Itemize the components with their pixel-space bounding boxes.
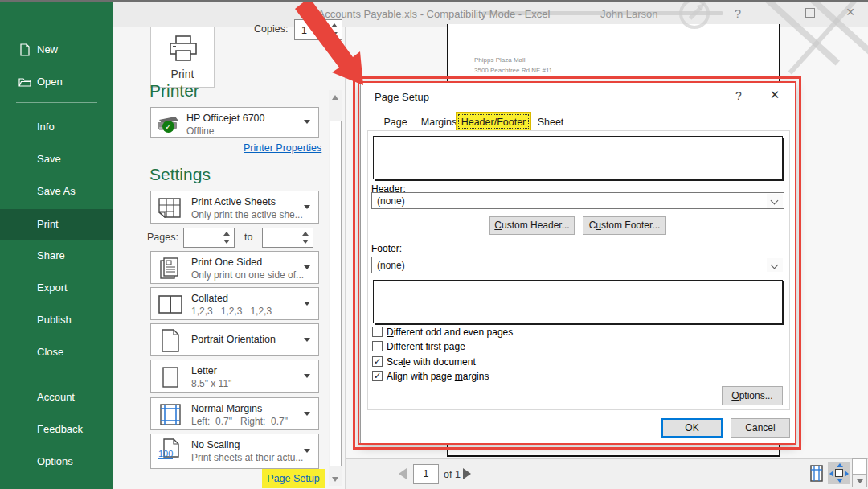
checkbox-checked-icon[interactable]: ✓ bbox=[372, 356, 383, 367]
sidebar-item-new[interactable]: New bbox=[0, 37, 113, 63]
next-page-icon[interactable] bbox=[463, 468, 471, 479]
sidebar-item-label: Print bbox=[37, 218, 59, 230]
sidebar-item-label: Share bbox=[37, 249, 65, 261]
sidebar-item-close[interactable]: Close bbox=[0, 339, 113, 365]
chevron-down-icon[interactable] bbox=[767, 258, 783, 272]
printer-online-check-icon: ✓ bbox=[162, 121, 174, 133]
zoom-to-page-button[interactable] bbox=[828, 462, 850, 484]
tab-header-footer[interactable]: Header/Footer bbox=[456, 112, 531, 131]
dialog-help-icon[interactable]: ? bbox=[732, 89, 745, 102]
preview-scrollbar-thumb[interactable] bbox=[852, 458, 867, 475]
page-setup-link[interactable]: Page Setup bbox=[262, 469, 325, 488]
close-icon[interactable]: ✕ bbox=[842, 6, 858, 18]
panel-scrollbar[interactable] bbox=[329, 90, 342, 486]
sidebar-item-print[interactable]: Print bbox=[0, 209, 113, 240]
footer-select[interactable]: (none) bbox=[371, 257, 784, 273]
chevron-down-icon bbox=[304, 205, 310, 209]
header-preview-box bbox=[373, 136, 783, 179]
tab-sheet[interactable]: Sheet bbox=[531, 112, 570, 131]
printer-selector-dropdown[interactable]: ✓ HP Officejet 6700 Offline bbox=[150, 107, 319, 138]
chevron-down-icon bbox=[304, 120, 310, 124]
checkbox-checked-icon[interactable]: ✓ bbox=[372, 371, 383, 381]
sidebar-item-options[interactable]: Options bbox=[0, 449, 113, 475]
spin-down-icon[interactable] bbox=[223, 240, 230, 244]
chevron-down-icon bbox=[304, 265, 310, 269]
printer-icon bbox=[170, 35, 197, 64]
sidebar-item-export[interactable]: Export bbox=[0, 275, 113, 301]
sidebar-item-publish[interactable]: Publish bbox=[0, 307, 113, 333]
chevron-down-icon bbox=[304, 449, 310, 453]
sidebar-item-share[interactable]: Share bbox=[0, 243, 113, 269]
tab-page[interactable]: Page bbox=[377, 112, 414, 131]
header-select[interactable]: (none) bbox=[371, 192, 784, 209]
pages-to-stepper[interactable] bbox=[262, 228, 313, 248]
sidebar-item-open[interactable]: Open bbox=[0, 69, 113, 95]
sidebar-item-info[interactable]: Info bbox=[0, 114, 113, 140]
backstage-sidebar: New Open Info Save Save As Print Share E… bbox=[0, 2, 113, 489]
setting-title: Print Active Sheets bbox=[191, 196, 276, 208]
setting-title: Collated bbox=[191, 293, 228, 304]
help-icon[interactable]: ? bbox=[730, 6, 746, 20]
printer-properties-link[interactable]: Printer Properties bbox=[244, 142, 321, 154]
ok-button[interactable]: OK bbox=[661, 418, 723, 438]
setting-subtitle: Only print on one side of... bbox=[191, 269, 304, 281]
checkbox-label: Different first page bbox=[387, 341, 465, 352]
settings-heading: Settings bbox=[149, 165, 211, 184]
page-setup-dialog: Page Setup ? ✕ Page Margins Header/Foote… bbox=[360, 82, 796, 444]
page-count-label: of 1 bbox=[444, 469, 461, 480]
collated-icon bbox=[158, 295, 182, 314]
sidebar-item-feedback[interactable]: Feedback bbox=[0, 417, 113, 442]
previous-page-icon[interactable] bbox=[399, 468, 407, 479]
cancel-button[interactable]: Cancel bbox=[731, 418, 790, 438]
maximize-icon[interactable] bbox=[805, 8, 815, 18]
checkbox-label: Align with page margins bbox=[387, 371, 489, 382]
setting-dropdown-margins[interactable]: Normal Margins Left: 0.7" Right: 0.7" bbox=[150, 397, 319, 430]
setting-dropdown-duplex[interactable]: Print One Sided Only print on one side o… bbox=[150, 251, 319, 284]
setting-title: Portrait Orientation bbox=[191, 334, 276, 345]
paper-size-icon bbox=[162, 367, 178, 388]
current-page-input[interactable]: 1 bbox=[413, 464, 439, 484]
panel-divider bbox=[345, 27, 346, 489]
setting-dropdown-collation[interactable]: Collated 1,2,3 1,2,3 1,2,3 bbox=[150, 287, 319, 320]
copies-stepper[interactable]: 1 bbox=[294, 19, 342, 40]
show-margins-button[interactable] bbox=[807, 464, 826, 483]
spin-down-icon[interactable] bbox=[331, 32, 338, 36]
chevron-down-icon[interactable] bbox=[767, 194, 783, 208]
spin-up-icon[interactable] bbox=[331, 23, 338, 27]
setting-dropdown-orientation[interactable]: Portrait Orientation bbox=[150, 323, 319, 356]
sidebar-item-save[interactable]: Save bbox=[0, 146, 113, 172]
setting-dropdown-paper-size[interactable]: Letter 8.5" x 11" bbox=[150, 360, 319, 393]
spin-up-icon[interactable] bbox=[302, 232, 309, 236]
setting-title: No Scaling bbox=[191, 439, 240, 450]
footer-label: Footer: bbox=[371, 243, 402, 254]
printer-heading: Printer bbox=[149, 81, 199, 101]
options-button[interactable]: Options... bbox=[722, 386, 783, 405]
custom-header-button[interactable]: Custom Header... bbox=[489, 216, 575, 235]
dialog-close-icon[interactable]: ✕ bbox=[767, 88, 783, 102]
spin-down-icon[interactable] bbox=[302, 240, 309, 244]
checkbox-icon[interactable] bbox=[372, 341, 383, 351]
pages-from-stepper[interactable] bbox=[183, 228, 235, 248]
setting-dropdown-scaling[interactable]: 100 No Scaling Print sheets at their act… bbox=[150, 434, 319, 469]
sidebar-item-label: New bbox=[37, 43, 58, 55]
preview-scroll-down-icon[interactable] bbox=[852, 475, 867, 487]
setting-subtitle: Only print the active she... bbox=[191, 209, 303, 220]
print-button[interactable]: Print bbox=[150, 27, 215, 88]
sidebar-divider bbox=[16, 372, 97, 372]
setting-dropdown-print-area[interactable]: Print Active Sheets Only print the activ… bbox=[150, 191, 319, 224]
sidebar-item-account[interactable]: Account bbox=[0, 384, 113, 410]
custom-footer-button[interactable]: Custom Footer... bbox=[583, 216, 666, 235]
scroll-down-icon[interactable] bbox=[329, 472, 342, 486]
signed-in-user[interactable]: John Larson bbox=[600, 8, 658, 20]
sidebar-item-label: Close bbox=[37, 346, 63, 358]
checkbox-icon[interactable] bbox=[372, 327, 383, 337]
setting-subtitle: 1,2,3 1,2,3 1,2,3 bbox=[191, 306, 272, 317]
sidebar-item-save-as[interactable]: Save As bbox=[0, 179, 113, 204]
sidebar-item-label: Save bbox=[37, 153, 61, 165]
footer-select-value: (none) bbox=[377, 260, 405, 271]
scrollbar-thumb[interactable] bbox=[330, 121, 342, 466]
minimize-icon[interactable] bbox=[768, 14, 777, 14]
spin-up-icon[interactable] bbox=[223, 232, 230, 236]
scroll-up-icon[interactable] bbox=[329, 90, 342, 104]
excel-backstage-print-view: Accounts Payable.xls - Compatibility Mod… bbox=[0, 0, 868, 489]
